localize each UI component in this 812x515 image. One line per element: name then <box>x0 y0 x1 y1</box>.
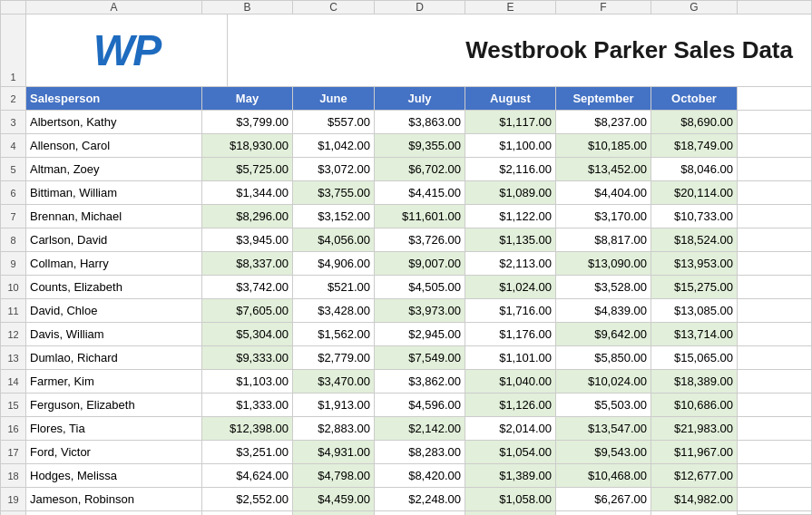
table-cell: $13,953.00 <box>651 252 738 275</box>
table-row: 11David, Chloe$7,605.00$3,428.00$3,973.0… <box>1 299 811 323</box>
table-cell: $9,642.00 <box>556 323 651 345</box>
table-cell: $3,973.00 <box>375 299 465 322</box>
row-number: 9 <box>1 252 26 275</box>
table-cell: $8,237.00 <box>556 111 651 133</box>
table-row: 16Flores, Tia$12,398.00$2,883.00$2,142.0… <box>1 417 811 441</box>
table-cell: $2,945.00 <box>375 323 465 345</box>
table-cell: $1,024.00 <box>465 276 556 298</box>
table-cell: $2,248.00 <box>375 488 465 510</box>
table-cell: Albertson, Kathy <box>26 111 202 133</box>
header-july: July <box>375 87 465 110</box>
table-row: 3Albertson, Kathy$3,799.00$557.00$3,863.… <box>1 111 811 134</box>
table-cell: $1,089.00 <box>465 181 556 204</box>
table-cell: $9,380.00 <box>651 511 738 515</box>
table-cell: $1,389.00 <box>465 464 556 487</box>
table-cell: $4,172.00 <box>293 511 375 515</box>
table-cell: $5,503.00 <box>556 394 651 416</box>
table-cell: $521.00 <box>293 276 375 298</box>
table-cell: $18,524.00 <box>651 228 738 251</box>
title-cell: Westbrook Parker Sales Data <box>228 15 811 86</box>
table-cell: $2,365.00 <box>556 511 651 515</box>
table-cell: Altman, Zoey <box>26 158 202 180</box>
table-cell: $3,528.00 <box>556 276 651 298</box>
logo-cell: WP <box>26 15 228 86</box>
row-number: 12 <box>1 323 26 345</box>
table-cell: Ferguson, Elizabeth <box>26 394 202 416</box>
table-row: 12Davis, William$5,304.00$1,562.00$2,945… <box>1 323 811 346</box>
table-cell: Carlson, David <box>26 228 202 251</box>
table-cell: $4,281.00 <box>202 511 293 515</box>
table-cell: $10,733.00 <box>651 205 738 228</box>
header-august: August <box>465 87 556 110</box>
table-cell: $13,547.00 <box>556 417 651 440</box>
table-cell: $557.00 <box>293 111 375 133</box>
table-cell: $11,967.00 <box>651 441 738 463</box>
table-cell: $9,007.00 <box>375 252 465 275</box>
table-row: 4Allenson, Carol$18,930.00$1,042.00$9,35… <box>1 134 811 158</box>
table-row: 18Hodges, Melissa$4,624.00$4,798.00$8,42… <box>1 464 811 488</box>
row-number: 8 <box>1 228 26 251</box>
table-cell: $4,798.00 <box>293 464 375 487</box>
table-cell: $1,716.00 <box>465 299 556 322</box>
table-cell: $7,605.00 <box>202 299 293 322</box>
table-row: 8Carlson, David$3,945.00$4,056.00$3,726.… <box>1 228 811 252</box>
row-number: 16 <box>1 417 26 440</box>
table-cell: $1,135.00 <box>465 228 556 251</box>
table-cell: $3,428.00 <box>293 299 375 322</box>
table-cell: $7,549.00 <box>375 346 465 369</box>
table-row: 10Counts, Elizabeth$3,742.00$521.00$4,50… <box>1 276 811 299</box>
table-cell: Collman, Harry <box>26 252 202 275</box>
header-salesperson: Salesperson <box>26 87 202 110</box>
header-row: 2 Salesperson May June July August Septe… <box>1 87 811 111</box>
table-cell: $2,014.00 <box>465 417 556 440</box>
table-cell: Hodges, Melissa <box>26 464 202 487</box>
table-row: 17Ford, Victor$3,251.00$4,931.00$8,283.0… <box>1 441 811 464</box>
table-cell: $4,415.00 <box>375 181 465 204</box>
table-cell: $15,065.00 <box>651 346 738 369</box>
header-september: September <box>556 87 651 110</box>
table-cell: $1,913.00 <box>293 394 375 416</box>
table-cell: $10,686.00 <box>651 394 738 416</box>
rows-container: 1 WP Westbrook Parker Sales Data 2 Sales… <box>1 15 811 515</box>
table-cell: $1,126.00 <box>465 394 556 416</box>
table-cell: $6,267.00 <box>556 488 651 510</box>
row-num-1: 1 <box>1 15 26 86</box>
table-cell: $3,863.00 <box>375 111 465 133</box>
col-header-f: F <box>556 1 651 14</box>
table-cell: $12,677.00 <box>651 464 738 487</box>
table-cell: $3,742.00 <box>202 276 293 298</box>
table-cell: $6,702.00 <box>375 158 465 180</box>
table-cell: $1,282.00 <box>465 511 556 515</box>
table-cell: $1,122.00 <box>465 205 556 228</box>
table-cell: $18,749.00 <box>651 134 738 157</box>
table-cell: $1,058.00 <box>465 488 556 510</box>
table-row: 9Collman, Harry$8,337.00$4,906.00$9,007.… <box>1 252 811 276</box>
table-cell: Brennan, Michael <box>26 205 202 228</box>
table-cell: Allenson, Carol <box>26 134 202 157</box>
table-cell: $13,090.00 <box>556 252 651 275</box>
table-cell: $5,304.00 <box>202 323 293 345</box>
table-cell: $8,817.00 <box>556 228 651 251</box>
table-cell: $13,085.00 <box>651 299 738 322</box>
row-number: 6 <box>1 181 26 204</box>
table-cell: $1,103.00 <box>202 370 293 393</box>
table-cell: Kellerman, Frances <box>26 511 202 515</box>
table-cell: $15,275.00 <box>651 276 738 298</box>
table-cell: $3,152.00 <box>293 205 375 228</box>
table-cell: $4,505.00 <box>375 276 465 298</box>
col-header-c: C <box>293 1 375 14</box>
table-row: 7Brennan, Michael$8,296.00$3,152.00$11,6… <box>1 205 811 228</box>
table-cell: $10,185.00 <box>556 134 651 157</box>
table-cell: $18,389.00 <box>651 370 738 393</box>
row-number: 5 <box>1 158 26 180</box>
table-cell: $12,398.00 <box>202 417 293 440</box>
table-cell: $10,024.00 <box>556 370 651 393</box>
table-cell: $11,601.00 <box>375 205 465 228</box>
table-row: 20Kellerman, Frances$4,281.00$4,172.00$1… <box>1 511 811 515</box>
table-cell: $9,355.00 <box>375 134 465 157</box>
table-row: 15Ferguson, Elizabeth$1,333.00$1,913.00$… <box>1 394 811 417</box>
table-cell: $10,468.00 <box>556 464 651 487</box>
table-cell: Farmer, Kim <box>26 370 202 393</box>
table-row: 14Farmer, Kim$1,103.00$3,470.00$3,862.00… <box>1 370 811 394</box>
table-cell: $8,283.00 <box>375 441 465 463</box>
